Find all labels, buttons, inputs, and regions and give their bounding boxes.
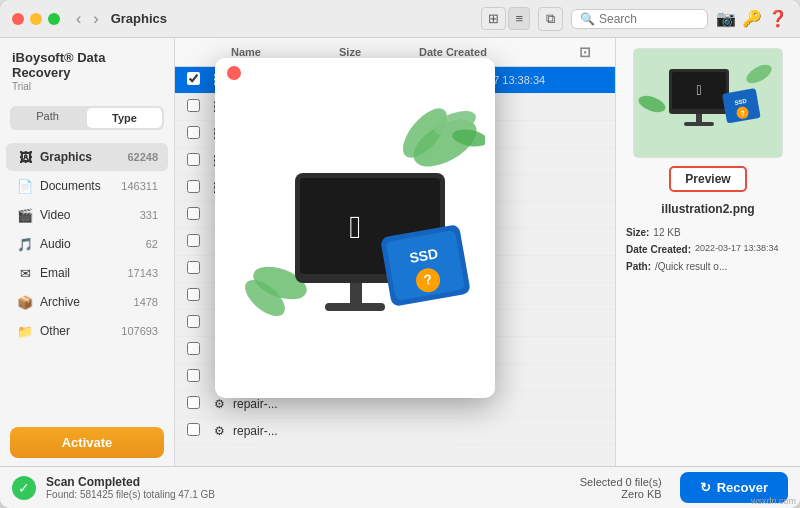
preview-path-row: Path: /Quick result o... (626, 258, 790, 275)
app-subtitle: Trial (12, 81, 162, 92)
svg-text::  (349, 209, 361, 245)
other-icon: 📁 (16, 322, 34, 340)
preview-image-thumb:  SSD ? (633, 48, 783, 158)
window-title: Graphics (111, 11, 167, 26)
path-value: /Quick result o... (655, 258, 727, 275)
audio-icon: 🎵 (16, 235, 34, 253)
maximize-button[interactable] (48, 13, 60, 25)
audio-count: 62 (146, 238, 158, 250)
file-name: repair-... (233, 397, 363, 411)
search-box: 🔍 (571, 9, 708, 29)
documents-count: 146311 (121, 180, 158, 192)
size-value: 12 KB (653, 224, 680, 241)
filter-button[interactable]: ⧉ (538, 7, 563, 31)
selected-size: Zero KB (580, 488, 662, 500)
nav-buttons: ‹ › (72, 8, 103, 30)
watermark: wsxdn.com (751, 496, 796, 506)
recover-icon: ↻ (700, 480, 711, 495)
archive-count: 1478 (134, 296, 158, 308)
size-label: Size: (626, 224, 649, 241)
scan-title: Scan Completed (46, 475, 570, 489)
help-icon[interactable]: ❓ (768, 9, 788, 28)
preview-button[interactable]: Preview (669, 166, 746, 192)
table-row[interactable]: ⚙ repair-... (175, 418, 615, 445)
documents-icon: 📄 (16, 177, 34, 195)
date-label: Date Created: (626, 241, 691, 258)
forward-button[interactable]: › (89, 8, 102, 30)
email-count: 17143 (127, 267, 158, 279)
sidebar-item-other[interactable]: 📁 Other 107693 (6, 317, 168, 345)
tab-type[interactable]: Type (87, 108, 162, 128)
email-icon: ✉ (16, 264, 34, 282)
date-value: 2022-03-17 13:38:34 (695, 241, 779, 258)
file-type-icon: ⚙ (211, 423, 227, 439)
documents-label: Documents (40, 179, 121, 193)
toolbar-right: ⊞ ≡ ⧉ 🔍 📷 🔑 ❓ (481, 7, 788, 31)
selected-files: Selected 0 file(s) (580, 476, 662, 488)
path-label: Path: (626, 258, 651, 275)
search-icon: 🔍 (580, 12, 595, 26)
mac-illustration:  SSD ? (225, 83, 485, 373)
sidebar-header: iBoysoft® Data Recovery Trial (0, 38, 174, 98)
titlebar: ‹ › Graphics ⊞ ≡ ⧉ 🔍 📷 🔑 ❓ (0, 0, 800, 38)
sidebar-items: 🖼 Graphics 62248 📄 Documents 146311 🎬 Vi… (0, 138, 174, 419)
sidebar-activate: Activate (10, 427, 164, 458)
selected-info: Selected 0 file(s) Zero KB (580, 476, 662, 500)
search-input[interactable] (599, 12, 699, 26)
preview-panel:  SSD ? Preview illustration2.png (615, 38, 800, 466)
svg-rect-7 (350, 283, 362, 305)
graphics-count: 62248 (127, 151, 158, 163)
minimize-button[interactable] (30, 13, 42, 25)
scan-detail: Found: 581425 file(s) totaling 47.1 GB (46, 489, 570, 500)
sidebar-item-graphics[interactable]: 🖼 Graphics 62248 (6, 143, 168, 171)
video-icon: 🎬 (16, 206, 34, 224)
file-name: repair-... (233, 424, 363, 438)
graphics-icon: 🖼 (16, 148, 34, 166)
scan-info: Scan Completed Found: 581425 file(s) tot… (46, 475, 570, 500)
svg-text::  (696, 82, 701, 98)
grid-view-button[interactable]: ⊞ (481, 7, 506, 30)
video-label: Video (40, 208, 140, 222)
back-button[interactable]: ‹ (72, 8, 85, 30)
close-button[interactable] (12, 13, 24, 25)
header-name: Name (231, 46, 339, 58)
header-date: Date Created (419, 46, 579, 58)
svg-rect-21 (684, 122, 714, 126)
traffic-lights (12, 13, 60, 25)
checkmark-icon: ✓ (18, 480, 30, 496)
sidebar-item-video[interactable]: 🎬 Video 331 (6, 201, 168, 229)
other-label: Other (40, 324, 121, 338)
camera-icon[interactable]: 📷 (716, 9, 736, 28)
list-view-button[interactable]: ≡ (508, 7, 530, 30)
graphics-label: Graphics (40, 150, 127, 164)
header-actions: ⊡ (579, 44, 603, 60)
preview-filename: illustration2.png (661, 202, 754, 216)
main-area: iBoysoft® Data Recovery Trial Path Type … (0, 38, 800, 466)
preview-meta: Size: 12 KB Date Created: 2022-03-17 13:… (626, 224, 790, 275)
key-icon[interactable]: 🔑 (742, 9, 762, 28)
recover-label: Recover (717, 480, 768, 495)
main-window: ‹ › Graphics ⊞ ≡ ⧉ 🔍 📷 🔑 ❓ iBoys (0, 0, 800, 508)
header-size: Size (339, 46, 419, 58)
video-count: 331 (140, 209, 158, 221)
sidebar-item-archive[interactable]: 📦 Archive 1478 (6, 288, 168, 316)
tab-path[interactable]: Path (10, 106, 85, 130)
preview-size-row: Size: 12 KB (626, 224, 790, 241)
sidebar: iBoysoft® Data Recovery Trial Path Type … (0, 38, 175, 466)
file-type-icon: ⚙ (211, 396, 227, 412)
audio-label: Audio (40, 237, 146, 251)
svg-rect-8 (325, 303, 385, 311)
bottom-bar: ✓ Scan Completed Found: 581425 file(s) t… (0, 466, 800, 508)
sidebar-item-documents[interactable]: 📄 Documents 146311 (6, 172, 168, 200)
activate-button[interactable]: Activate (10, 427, 164, 458)
view-toggle: ⊞ ≡ (481, 7, 530, 30)
overlay-close-button[interactable] (227, 66, 241, 80)
file-area: Name Size Date Created ⊡ 🖼 illustration2… (175, 38, 615, 466)
row-check[interactable] (187, 72, 211, 88)
scan-complete-icon: ✓ (12, 476, 36, 500)
sidebar-item-email[interactable]: ✉ Email 17143 (6, 259, 168, 287)
archive-label: Archive (40, 295, 134, 309)
app-title: iBoysoft® Data Recovery (12, 50, 162, 80)
email-label: Email (40, 266, 127, 280)
sidebar-item-audio[interactable]: 🎵 Audio 62 (6, 230, 168, 258)
